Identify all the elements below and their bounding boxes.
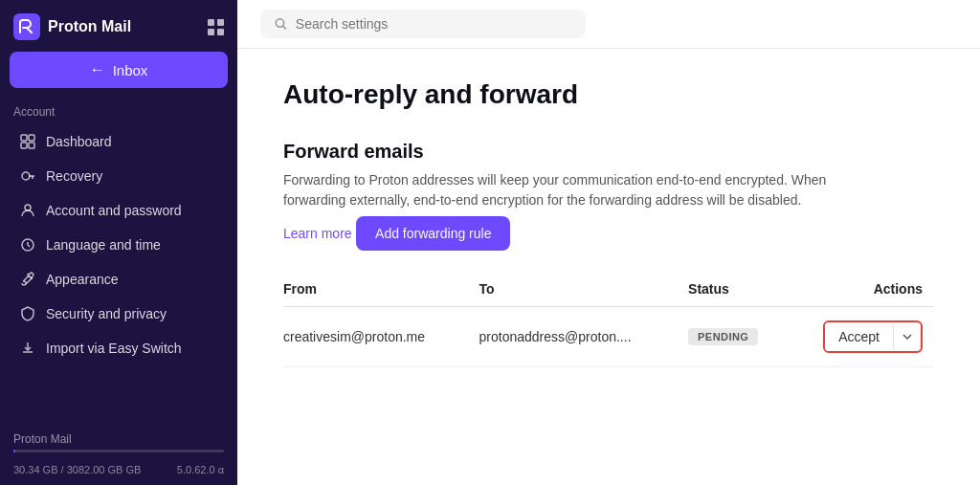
accept-dropdown-button[interactable] xyxy=(893,324,921,349)
svg-rect-1 xyxy=(21,135,27,141)
svg-point-8 xyxy=(25,205,31,210)
status-badge: PENDING xyxy=(688,328,758,345)
table-header: From To Status Actions xyxy=(283,274,934,307)
account-section-label: Account xyxy=(0,101,237,124)
clock-icon xyxy=(19,236,36,254)
cell-to: protonaddress@proton.... xyxy=(479,307,689,367)
sidebar-item-easy-switch[interactable]: Import via Easy Switch xyxy=(6,331,232,365)
col-from: From xyxy=(283,274,479,307)
svg-line-11 xyxy=(283,26,286,29)
table-body: creativesim@proton.me protonaddress@prot… xyxy=(283,307,934,367)
svg-rect-2 xyxy=(29,135,34,141)
proton-section-label: Proton Mail xyxy=(0,423,237,450)
storage-used: 30.34 GB xyxy=(13,464,57,475)
content-area: Auto-reply and forward Forward emails Fo… xyxy=(237,49,980,485)
sidebar: Proton Mail ← Inbox Account Dashboard Re… xyxy=(0,0,237,485)
dashboard-icon xyxy=(19,133,36,150)
language-time-label: Language and time xyxy=(46,237,161,253)
cell-actions: Accept xyxy=(792,307,934,367)
account-password-label: Account and password xyxy=(46,203,182,218)
logo-area: Proton Mail xyxy=(13,13,131,40)
cell-status: PENDING xyxy=(688,307,792,367)
easy-switch-label: Import via Easy Switch xyxy=(46,341,182,356)
search-icon xyxy=(274,16,288,32)
storage-total: 3082.00 GB GB xyxy=(67,464,142,475)
forwarding-table: From To Status Actions creativesim@proto… xyxy=(283,274,934,367)
sidebar-item-recovery[interactable]: Recovery xyxy=(6,159,232,193)
apps-grid-icon[interactable] xyxy=(208,19,224,35)
recovery-label: Recovery xyxy=(46,168,102,184)
accept-button-wrap: Accept xyxy=(823,320,923,353)
security-privacy-label: Security and privacy xyxy=(46,306,167,321)
cell-from: creativesim@proton.me xyxy=(283,307,479,367)
svg-rect-4 xyxy=(29,143,34,148)
back-arrow-icon: ← xyxy=(90,61,105,78)
sidebar-item-account-password[interactable]: Account and password xyxy=(6,193,232,228)
sidebar-item-appearance[interactable]: Appearance xyxy=(6,262,232,297)
page-title: Auto-reply and forward xyxy=(283,79,934,110)
storage-info: 30.34 GB / 3082.00 GB GB xyxy=(13,464,141,475)
search-box xyxy=(260,10,586,38)
app-version: 5.0.62.0 α xyxy=(177,464,224,475)
svg-rect-3 xyxy=(21,143,27,148)
proton-logo-icon xyxy=(13,13,40,40)
learn-more-link[interactable]: Learn more xyxy=(283,226,352,241)
col-actions: Actions xyxy=(792,274,934,307)
col-to: To xyxy=(479,274,689,307)
sidebar-footer: 30.34 GB / 3082.00 GB GB 5.0.62.0 α xyxy=(0,456,237,485)
sidebar-item-security-privacy[interactable]: Security and privacy xyxy=(6,297,232,331)
shield-icon xyxy=(19,305,36,322)
main-content: Auto-reply and forward Forward emails Fo… xyxy=(237,0,980,485)
user-icon xyxy=(19,202,36,219)
search-input[interactable] xyxy=(296,16,572,32)
inbox-button[interactable]: ← Inbox xyxy=(10,52,228,88)
import-icon xyxy=(19,340,36,357)
table-row: creativesim@proton.me protonaddress@prot… xyxy=(283,307,934,367)
svg-point-10 xyxy=(276,19,283,27)
storage-bar-fill xyxy=(13,450,15,452)
svg-point-5 xyxy=(22,172,30,180)
storage-bar-wrap xyxy=(13,450,224,452)
inbox-label: Inbox xyxy=(113,62,148,78)
accept-button[interactable]: Accept xyxy=(825,322,893,351)
app-title: Proton Mail xyxy=(48,18,131,35)
topbar xyxy=(237,0,980,49)
add-forwarding-rule-button[interactable]: Add forwarding rule xyxy=(356,216,510,251)
sidebar-header: Proton Mail xyxy=(0,0,237,52)
key-icon xyxy=(19,167,36,185)
dashboard-label: Dashboard xyxy=(46,134,112,149)
forward-section-title: Forward emails xyxy=(283,141,934,163)
sidebar-item-language-time[interactable]: Language and time xyxy=(6,228,232,262)
col-status: Status xyxy=(688,274,792,307)
forward-description: Forwarding to Proton addresses will keep… xyxy=(283,170,858,210)
appearance-label: Appearance xyxy=(46,272,119,287)
paintbrush-icon xyxy=(19,271,36,288)
chevron-down-icon xyxy=(902,331,913,342)
sidebar-item-dashboard[interactable]: Dashboard xyxy=(6,124,232,159)
